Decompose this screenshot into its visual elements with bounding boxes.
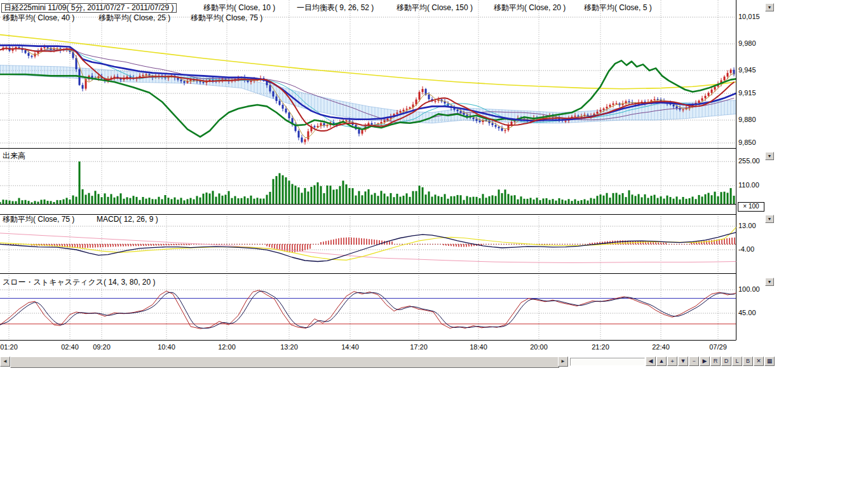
- time-axis-tick: 12:00: [214, 343, 240, 351]
- macd-panel-menu-button[interactable]: ▼: [765, 215, 774, 223]
- price-axis-tick: 9,880: [738, 116, 768, 123]
- volume-axis-tick: 255.00: [738, 157, 768, 165]
- toolbar-button-b-icon[interactable]: B: [743, 356, 753, 366]
- toolbar-button-zoom-out-icon[interactable]: －: [689, 356, 699, 366]
- stoch-panel-menu-button[interactable]: ▼: [765, 278, 774, 286]
- time-axis-tick: 09:20: [89, 343, 114, 351]
- scroll-left-button[interactable]: ◄: [0, 356, 10, 367]
- price-panel-menu-button[interactable]: ▼: [765, 3, 774, 11]
- price-axis-tick: 10,015: [738, 13, 768, 20]
- legend-ma-close-20[interactable]: 移動平均( Close, 20 ): [494, 4, 566, 12]
- time-axis-tick: 22:40: [648, 343, 674, 351]
- macd-axis-tick: 13.00: [738, 222, 768, 229]
- legend-ma-close-5[interactable]: 移動平均( Close, 5 ): [584, 4, 652, 12]
- status-recess-panel: [570, 358, 645, 366]
- toolbar-button-zoom-in-icon[interactable]: ＋: [667, 356, 677, 366]
- stoch-axis-tick: 100.00: [738, 285, 768, 293]
- time-axis-tick: 14:40: [337, 343, 363, 351]
- price-axis-tick: 9,850: [738, 139, 768, 146]
- legend-ma-close-25[interactable]: 移動平均( Close, 25 ): [98, 14, 170, 22]
- macd-label[interactable]: MACD( 12, 26, 9 ): [97, 215, 158, 224]
- time-axis-tick: 18:40: [466, 343, 491, 351]
- volume-axis-tick: 110.00: [738, 181, 768, 189]
- time-axis-tick: 01:20: [0, 343, 22, 351]
- horizontal-scrollbar-thumb[interactable]: [10, 356, 559, 368]
- scroll-right-button[interactable]: ►: [558, 356, 568, 367]
- time-axis-tick: 20:00: [526, 343, 552, 351]
- toolbar-button-d-icon[interactable]: D: [721, 356, 731, 366]
- legend-ma-close-150[interactable]: 移動平均( Close, 150 ): [397, 4, 473, 12]
- stochastics-label[interactable]: スロー・ストキャスティクス( 14, 3, 80, 20 ): [3, 278, 155, 287]
- macd-axis-tick: -4.00: [738, 245, 768, 253]
- time-axis-tick: 10:40: [154, 343, 179, 351]
- volume-panel-label[interactable]: 出来高: [3, 152, 25, 160]
- time-axis-tick: 21:20: [588, 343, 613, 351]
- price-axis-tick: 9,980: [738, 39, 768, 47]
- toolbar-button-l-icon[interactable]: L: [732, 356, 742, 366]
- toolbar-button-r-icon[interactable]: R: [710, 356, 721, 366]
- toolbar-button-grid-icon[interactable]: ▦: [764, 356, 775, 366]
- legend-ma-close-40[interactable]: 移動平均( Close, 40 ): [3, 14, 74, 22]
- toolbar-button-scroll-left-icon[interactable]: ◀: [646, 356, 656, 366]
- volume-multiplier-badge: × 100: [738, 202, 764, 212]
- legend-ma-close-75[interactable]: 移動平均( Close, 75 ): [191, 14, 262, 22]
- time-axis-tick: 17:20: [406, 343, 431, 351]
- toolbar-button-scroll-down-icon[interactable]: ▼: [678, 356, 688, 366]
- legend-ma-close-10[interactable]: 移動平均( Close, 10 ): [203, 4, 275, 12]
- chart-series-label[interactable]: 日経225mini 11/09( 5分, 2011/07/27 - 2011/0…: [1, 3, 177, 13]
- price-axis-tick: 9,945: [738, 66, 768, 74]
- toolbar-button-close-icon[interactable]: ✕: [754, 356, 764, 366]
- toolbar-button-scroll-right-icon[interactable]: ▶: [700, 356, 710, 366]
- time-axis-tick: 02:40: [57, 343, 83, 351]
- time-axis-tick: 13:20: [276, 343, 302, 351]
- time-axis-tick: 07/29: [705, 343, 731, 351]
- toolbar-button-scroll-up-icon[interactable]: ▲: [656, 356, 667, 366]
- macd-ma-label[interactable]: 移動平均( Close, 75 ): [3, 215, 74, 224]
- stoch-axis-tick: 45.00: [738, 309, 768, 316]
- legend-ichimoku[interactable]: 一目均衡表( 9, 26, 52 ): [297, 4, 374, 12]
- price-axis-tick: 9,915: [738, 89, 768, 97]
- volume-panel-menu-button[interactable]: ▼: [765, 152, 774, 160]
- chart-application-window: 日経225mini 11/09( 5分, 2011/07/27 - 2011/0…: [0, 0, 868, 488]
